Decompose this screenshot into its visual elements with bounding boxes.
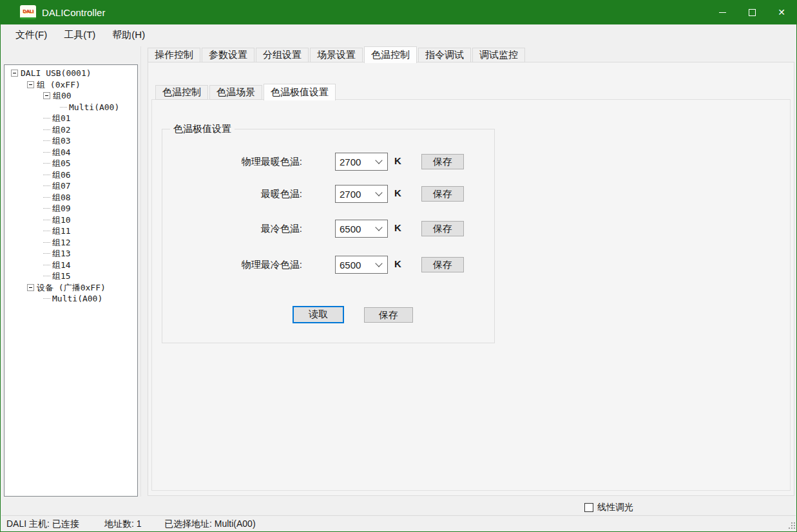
physical-coolest-combo[interactable]: 6500 bbox=[335, 256, 388, 274]
tree-branch-line bbox=[43, 118, 50, 119]
groupbox-title: 色温极值设置 bbox=[170, 123, 235, 135]
subtab-ct-limits[interactable]: 色温极值设置 bbox=[264, 84, 336, 100]
subtab-ct-scene[interactable]: 色温场景 bbox=[209, 85, 262, 100]
minimize-icon bbox=[719, 12, 726, 13]
chevron-down-icon bbox=[375, 157, 382, 164]
window-title: DALIController bbox=[42, 0, 105, 24]
physical-warmest-combo[interactable]: 2700 bbox=[335, 153, 388, 171]
collapse-icon[interactable] bbox=[43, 92, 50, 99]
close-icon: ✕ bbox=[778, 8, 785, 17]
combo-value: 2700 bbox=[336, 157, 376, 167]
tree-node-group09[interactable]: 组09 bbox=[5, 203, 137, 214]
subtab-ct-control[interactable]: 色温控制 bbox=[155, 85, 208, 100]
save-all-button[interactable]: 保存 bbox=[364, 307, 413, 323]
unit-label: K bbox=[394, 153, 401, 171]
tree-branch-line bbox=[43, 175, 50, 175]
collapse-icon[interactable] bbox=[27, 284, 34, 291]
window-controls: ✕ bbox=[707, 0, 796, 24]
tree-node-group14[interactable]: 组14 bbox=[5, 260, 137, 271]
tab-command-debug[interactable]: 指令调试 bbox=[418, 48, 471, 62]
tree-node-group15[interactable]: 组15 bbox=[5, 271, 137, 282]
device-tree: DALI USB(0001) 组 (0xFF) 组00 Multi(A00) 组… bbox=[4, 64, 138, 497]
titlebar: DALI DALIController ✕ bbox=[1, 0, 796, 24]
status-host-connection: DALI 主机: 已连接 bbox=[6, 518, 79, 530]
field-label: 物理最暖色温: bbox=[162, 153, 302, 171]
tree-branch-line bbox=[43, 298, 50, 299]
tree-branch-line bbox=[43, 140, 50, 141]
tree-node-group00[interactable]: 组00 bbox=[5, 90, 137, 102]
tree-node-group05[interactable]: 组05 bbox=[5, 158, 137, 169]
tree-node-group12[interactable]: 组12 bbox=[5, 237, 137, 249]
save-button[interactable]: 保存 bbox=[421, 154, 464, 169]
tree-branch-line bbox=[43, 152, 50, 153]
tree-branch-line bbox=[43, 208, 50, 209]
ct-row-physical-warmest: 物理最暖色温: 2700 K 保存 bbox=[162, 153, 494, 171]
maximize-icon bbox=[749, 9, 756, 16]
tree-branch-line bbox=[43, 276, 50, 276]
tree-branch-line bbox=[43, 253, 50, 254]
close-button[interactable]: ✕ bbox=[767, 0, 796, 24]
panel-divider bbox=[140, 46, 141, 497]
tree-node-device-broadcast[interactable]: 设备 (广播0xFF) bbox=[5, 282, 137, 294]
app-icon: DALI bbox=[20, 5, 36, 19]
linear-dimming-group: 线性调光 bbox=[584, 502, 633, 513]
tree-node-group03[interactable]: 组03 bbox=[5, 135, 137, 147]
ct-row-warmest: 最暖色温: 2700 K 保存 bbox=[162, 185, 494, 203]
coolest-combo[interactable]: 6500 bbox=[335, 220, 388, 238]
minimize-button[interactable] bbox=[707, 0, 737, 24]
unit-label: K bbox=[394, 256, 401, 274]
tree-node-group13[interactable]: 组13 bbox=[5, 248, 137, 260]
tree-node-group04[interactable]: 组04 bbox=[5, 147, 137, 158]
status-address-count: 地址数: 1 bbox=[104, 518, 142, 530]
tree-branch-line bbox=[43, 242, 50, 243]
sub-tabstrip: 色温控制 色温场景 色温极值设置 bbox=[155, 83, 337, 100]
tree-branch-line bbox=[43, 220, 50, 220]
tree-branch-line bbox=[43, 265, 50, 265]
tree-branch-line bbox=[60, 107, 67, 108]
menu-help[interactable]: 帮助(H) bbox=[104, 26, 153, 44]
tree-node-group-parent[interactable]: 组 (0xFF) bbox=[5, 79, 137, 91]
status-selected-address: 已选择地址: Multi(A00) bbox=[164, 518, 256, 530]
collapse-icon[interactable] bbox=[11, 70, 18, 77]
unit-label: K bbox=[394, 185, 401, 203]
tree-node-group08[interactable]: 组08 bbox=[5, 192, 137, 204]
save-button[interactable]: 保存 bbox=[421, 257, 464, 272]
maximize-button[interactable] bbox=[737, 0, 767, 24]
statusbar: DALI 主机: 已连接 地址数: 1 已选择地址: Multi(A00) bbox=[1, 515, 796, 531]
collapse-icon[interactable] bbox=[27, 81, 34, 88]
resize-grip-icon[interactable] bbox=[791, 522, 792, 524]
tree-branch-line bbox=[43, 231, 50, 231]
tree-node-group02[interactable]: 组02 bbox=[5, 124, 137, 136]
menu-file[interactable]: 文件(F) bbox=[7, 26, 55, 44]
combo-value: 6500 bbox=[336, 260, 376, 271]
app-window: DALI DALIController ✕ 文件(F) 工具(T) 帮助(H) … bbox=[0, 0, 797, 532]
chevron-down-icon bbox=[375, 189, 382, 196]
footer-strip: 线性调光 bbox=[1, 497, 796, 515]
menu-tools[interactable]: 工具(T) bbox=[55, 26, 104, 44]
tree-branch-line bbox=[43, 185, 50, 186]
tab-operation-control[interactable]: 操作控制 bbox=[148, 48, 200, 62]
tree-node-group01[interactable]: 组01 bbox=[5, 113, 137, 124]
save-button[interactable]: 保存 bbox=[421, 186, 464, 202]
field-label: 最暖色温: bbox=[162, 185, 302, 203]
main-tabstrip: 操作控制 参数设置 分组设置 场景设置 色温控制 指令调试 调试监控 bbox=[148, 46, 526, 62]
tree-node-multi[interactable]: Multi(A00) bbox=[5, 102, 137, 113]
tab-parameter-settings[interactable]: 参数设置 bbox=[202, 48, 254, 62]
tree-node-group10[interactable]: 组10 bbox=[5, 214, 137, 226]
tab-scene-settings[interactable]: 场景设置 bbox=[310, 48, 363, 62]
ct-limits-groupbox: 色温极值设置 物理最暖色温: 2700 K 保存 最暖色温: 2700 K 保存… bbox=[162, 129, 495, 343]
tab-color-temperature-control[interactable]: 色温控制 bbox=[364, 46, 417, 63]
read-button[interactable]: 读取 bbox=[293, 306, 344, 323]
tree-node-group07[interactable]: 组07 bbox=[5, 180, 137, 192]
tab-grouping-settings[interactable]: 分组设置 bbox=[256, 48, 309, 62]
tree-node-device-multi[interactable]: Multi(A00) bbox=[5, 293, 137, 305]
tree-node-root[interactable]: DALI USB(0001) bbox=[5, 68, 137, 79]
tree-node-group11[interactable]: 组11 bbox=[5, 225, 137, 237]
combo-value: 2700 bbox=[336, 189, 376, 200]
warmest-combo[interactable]: 2700 bbox=[335, 185, 388, 203]
tab-debug-monitor[interactable]: 调试监控 bbox=[472, 48, 525, 62]
linear-dimming-checkbox[interactable] bbox=[584, 503, 593, 512]
tree-branch-line bbox=[43, 197, 50, 198]
tree-node-group06[interactable]: 组06 bbox=[5, 169, 137, 181]
save-button[interactable]: 保存 bbox=[421, 221, 464, 236]
